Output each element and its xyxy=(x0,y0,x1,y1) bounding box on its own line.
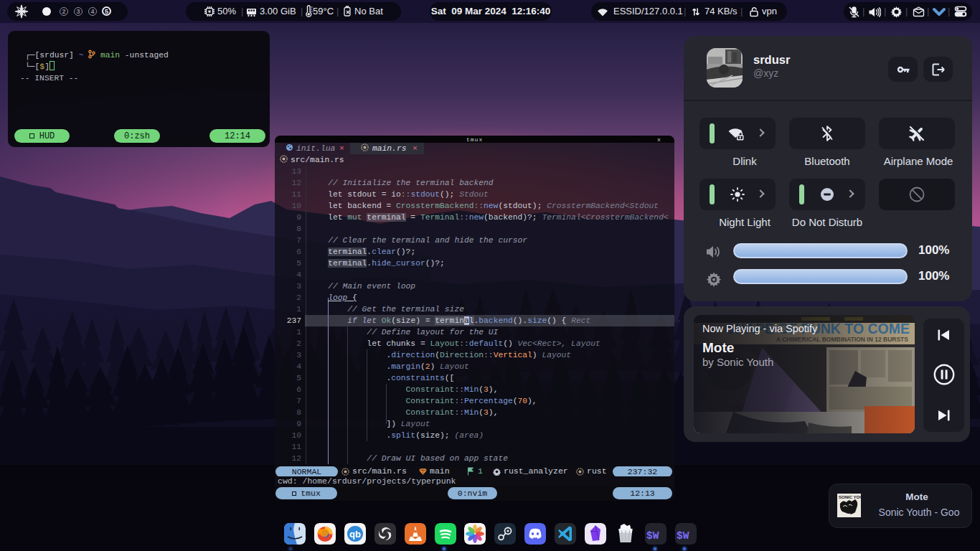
svg-text:SONIC YOUTH: SONIC YOUTH xyxy=(839,495,861,499)
svg-text:$W: $W xyxy=(677,530,689,542)
svg-text:$W: $W xyxy=(646,530,659,542)
svg-text:qb: qb xyxy=(349,529,361,540)
